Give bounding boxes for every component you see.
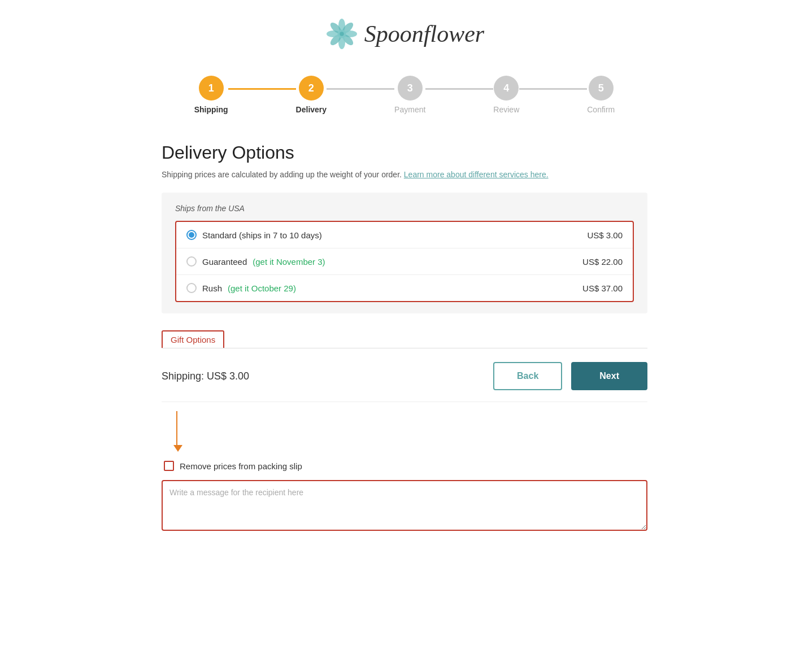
step-2-label: Delivery [296,105,327,114]
step-4-label: Review [493,105,519,114]
step-4-circle: 4 [494,76,519,101]
radio-rush[interactable] [186,283,197,293]
radio-guaranteed[interactable] [186,256,197,267]
remove-prices-row: Remove prices from packing slip [164,461,647,471]
step-2-circle: 2 [299,76,324,101]
shipping-options-box: Ships from the USA Standard (ships in 7 … [162,193,647,313]
next-button[interactable]: Next [571,362,647,390]
gift-content: Remove prices from packing slip [162,461,647,533]
step-1-circle: 1 [199,76,224,101]
remove-prices-checkbox[interactable] [164,461,174,471]
rush-label: Rush [202,283,222,293]
header: Spoonflower [162,17,647,53]
learn-more-link[interactable]: Learn more about different services here… [404,170,549,179]
standard-price: US$ 3.00 [587,230,623,240]
step-1-label: Shipping [194,105,228,114]
step-5-circle: 5 [589,76,614,101]
guaranteed-date: (get it November 3) [253,257,325,267]
step-5-label: Confirm [587,105,615,114]
page-title: Delivery Options [162,142,647,163]
step-3-circle: 3 [398,76,423,101]
action-buttons: Back Next [493,362,647,390]
gift-divider [162,348,647,348]
svg-point-9 [340,32,344,36]
shipping-total: Shipping: US$ 3.00 [162,370,249,382]
gift-message-textarea[interactable] [162,480,647,531]
shipping-option-standard[interactable]: Standard (ships in 7 to 10 days) US$ 3.0… [176,222,633,248]
rush-price: US$ 37.00 [582,283,623,293]
subtitle: Shipping prices are calculated by adding… [162,170,647,179]
step-payment: 3 Payment [394,76,425,114]
guaranteed-price: US$ 22.00 [582,257,623,267]
step-review: 4 Review [493,76,519,114]
shipping-option-rush[interactable]: Rush (get it October 29) US$ 37.00 [176,275,633,301]
back-button[interactable]: Back [493,362,562,390]
connector-3 [425,88,493,90]
bottom-section: Shipping: US$ 3.00 Back Next [162,362,647,402]
logo-flower-icon [325,17,359,51]
progress-steps: 1 Shipping 2 Delivery 3 Payment 4 Review [162,76,647,114]
step-delivery: 2 Delivery [296,76,327,114]
shipping-options-list: Standard (ships in 7 to 10 days) US$ 3.0… [175,221,634,302]
shipping-option-guaranteed[interactable]: Guaranteed (get it November 3) US$ 22.00 [176,248,633,275]
remove-prices-label: Remove prices from packing slip [180,461,302,471]
rush-date: (get it October 29) [228,283,296,293]
gift-options-tab[interactable]: Gift Options [162,330,224,348]
logo-text: Spoonflower [364,20,484,47]
step-3-label: Payment [394,105,425,114]
connector-4 [519,88,587,90]
step-shipping: 1 Shipping [194,76,228,114]
gift-options-section: Gift Options [162,330,647,348]
connector-2 [327,88,394,90]
logo: Spoonflower [325,17,484,51]
gift-arrow [173,411,647,452]
connector-1 [228,88,296,90]
radio-standard[interactable] [186,230,197,240]
standard-label: Standard (ships in 7 to 10 days) [202,230,322,240]
step-confirm: 5 Confirm [587,76,615,114]
ships-from-label: Ships from the USA [175,204,634,213]
guaranteed-label: Guaranteed [202,257,247,267]
